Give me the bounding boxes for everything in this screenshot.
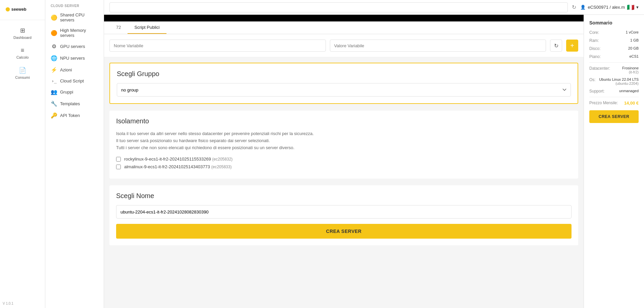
summary-core-row: Core: 1 vCore <box>589 30 639 35</box>
cloud-script-icon: ›_ <box>51 78 57 83</box>
topbar: ↻ 👤 eCS00971 / alex.m 🇮🇹 ▾ <box>104 0 644 15</box>
variables-section: ↻ + <box>104 34 584 57</box>
isolation-description: Isola il tuo server da altri server nell… <box>116 130 572 151</box>
nav-section-title: CLOUD SERVER <box>45 0 104 10</box>
summary-divider-1 <box>589 62 639 63</box>
nav-item-api-token[interactable]: 🔑 API Token <box>45 110 104 121</box>
main-content: 72 Script Publici ↻ + Scegli Gruppo no g… <box>104 15 644 308</box>
tab-number[interactable]: 72 <box>109 21 128 34</box>
summary-price-row: Prezzo Mensile: 14,00 € <box>589 101 639 106</box>
nav-item-label: Gruppi <box>60 89 73 95</box>
username-label: eCS00971 / alex.m <box>588 5 625 10</box>
summary-datacenter-value: Frosinone (it-fr2) <box>622 66 639 74</box>
summary-support-value: unmanaged <box>619 89 639 94</box>
api-token-icon: 🔑 <box>51 112 57 119</box>
crea-server-button-main[interactable]: CREA SERVER <box>116 224 572 239</box>
sidebar-item-calcolo[interactable]: ≡ Calcolo <box>2 44 43 63</box>
tabs-row: 72 Script Publici <box>104 21 584 34</box>
nav-item-label: Azioni <box>60 67 72 72</box>
refresh-icon[interactable]: ↻ <box>572 4 576 10</box>
nav-item-label: Cloud Script <box>60 78 84 83</box>
group-section: Scegli Gruppo no group <box>109 63 578 104</box>
summary-panel: Sommario Core: 1 vCore Ram: 1 GB Disco: … <box>584 15 644 308</box>
sidebar-item-consumi[interactable]: 📄 Consumi <box>2 63 43 83</box>
server-name-2: almalinux-9-ecs1-it-fr2-2024102514340377… <box>124 164 232 169</box>
summary-os-label: Os: <box>589 77 596 85</box>
summary-price-value: 14,00 € <box>624 101 639 106</box>
summary-disco-value: 20 GB <box>628 46 639 51</box>
azioni-icon: ⚡ <box>51 67 57 73</box>
server-checkbox-row-2: almalinux-9-ecs1-it-fr2-2024102514340377… <box>116 164 572 169</box>
top-header <box>104 15 584 21</box>
version-label: V 1.0.1 <box>0 299 45 308</box>
chevron-down-icon: ▾ <box>636 5 639 10</box>
server-name-input[interactable] <box>116 205 572 219</box>
server-checkbox-row-1: rockylinux-9-ecs1-it-fr2-202410251155332… <box>116 157 572 162</box>
dashboard-icon: ⊞ <box>20 27 25 34</box>
nav-item-label: API Token <box>60 113 80 118</box>
nav-item-label: Shared CPU servers <box>60 12 98 22</box>
nav-item-label: NPU servers <box>60 56 85 61</box>
svg-text:seeweb: seeweb <box>11 7 27 12</box>
user-menu[interactable]: 👤 eCS00971 / alex.m 🇮🇹 ▾ <box>580 4 639 11</box>
svg-point-0 <box>6 7 10 11</box>
summary-support-row: Support: unmanaged <box>589 89 639 94</box>
main-wrapper: ↻ 👤 eCS00971 / alex.m 🇮🇹 ▾ 72 Script Pub… <box>104 0 644 308</box>
name-section: Scegli Nome CREA SERVER <box>109 185 578 245</box>
summary-ram-value: 1 GB <box>630 38 639 43</box>
nav-item-gruppi[interactable]: 👥 Gruppi <box>45 86 104 98</box>
nav-item-gpu[interactable]: ⚙ GPU servers <box>45 41 104 52</box>
content-area: 72 Script Publici ↻ + Scegli Gruppo no g… <box>104 15 584 308</box>
server-name-1: rockylinux-9-ecs1-it-fr2-202410251155332… <box>124 157 233 162</box>
summary-piano-value: eCS1 <box>629 54 639 59</box>
calcolo-icon: ≡ <box>21 47 24 54</box>
summary-ram-row: Ram: 1 GB <box>589 38 639 43</box>
shared-cpu-icon: 🟡 <box>51 14 57 21</box>
sidebar-item-dashboard[interactable]: ⊞ Dashboard <box>2 23 43 43</box>
server-checkbox-2[interactable] <box>116 165 121 169</box>
summary-title: Sommario <box>589 20 639 25</box>
summary-ram-label: Ram: <box>589 38 599 43</box>
logo: seeweb <box>0 0 45 20</box>
sidebar-item-label: Calcolo <box>16 55 29 59</box>
nav-item-high-memory[interactable]: 🟠 High Memory servers <box>45 25 104 41</box>
page-content: Scegli Gruppo no group Isolamento Isola … <box>104 57 584 251</box>
gruppi-icon: 👥 <box>51 89 57 95</box>
summary-core-value: 1 vCore <box>626 30 639 35</box>
group-section-title: Scegli Gruppo <box>117 70 571 78</box>
crea-server-button-summary[interactable]: CREA SERVER <box>589 110 639 123</box>
summary-datacenter-row: Datacenter: Frosinone (it-fr2) <box>589 66 639 74</box>
nav-item-azioni[interactable]: ⚡ Azioni <box>45 64 104 76</box>
summary-datacenter-label: Datacenter: <box>589 66 610 74</box>
nav-item-cloud-script[interactable]: ›_ Cloud Script <box>45 76 104 86</box>
add-variable-button[interactable]: + <box>566 40 578 52</box>
user-icon: 👤 <box>580 5 586 10</box>
isolation-desc-line1: Isola il tuo server da altri server nell… <box>116 131 314 136</box>
isolation-title: Isolamento <box>116 117 572 125</box>
group-dropdown[interactable]: no group <box>117 83 571 97</box>
name-section-title: Scegli Nome <box>116 192 572 200</box>
valore-variabile-input[interactable] <box>330 40 546 52</box>
nome-variabile-input[interactable] <box>109 40 326 52</box>
sidebar: seeweb ⊞ Dashboard ≡ Calcolo 📄 Consumi V… <box>0 0 45 308</box>
summary-piano-row: Piano: eCS1 <box>589 54 639 59</box>
high-memory-icon: 🟠 <box>51 30 57 36</box>
isolation-desc-line2: Il tuo server sarà posizionato su hardwa… <box>116 138 270 143</box>
templates-icon: 🔧 <box>51 101 57 107</box>
server-checkbox-1[interactable] <box>116 157 121 162</box>
search-input[interactable] <box>109 2 568 12</box>
refresh-variables-button[interactable]: ↻ <box>550 40 562 52</box>
summary-disco-label: Disco: <box>589 46 600 51</box>
summary-os-row: Os: Ubuntu Linux 22.04 LTS (ubuntu-2204) <box>589 77 639 85</box>
nav-item-shared-cpu[interactable]: 🟡 Shared CPU servers <box>45 10 104 25</box>
sidebar-nav: ⊞ Dashboard ≡ Calcolo 📄 Consumi <box>0 20 45 299</box>
nav-item-npu[interactable]: 🌐 NPU servers <box>45 52 104 64</box>
flag-icon: 🇮🇹 <box>627 4 634 11</box>
summary-core-label: Core: <box>589 30 599 35</box>
tab-script[interactable]: Script Publici <box>128 21 166 34</box>
npu-icon: 🌐 <box>51 55 57 61</box>
nav-item-templates[interactable]: 🔧 Templates <box>45 98 104 110</box>
isolation-desc-line3: Tutti i server che non sono elencati qui… <box>116 145 294 150</box>
summary-price-label: Prezzo Mensile: <box>589 101 618 106</box>
sidebar-item-label: Dashboard <box>13 36 32 40</box>
